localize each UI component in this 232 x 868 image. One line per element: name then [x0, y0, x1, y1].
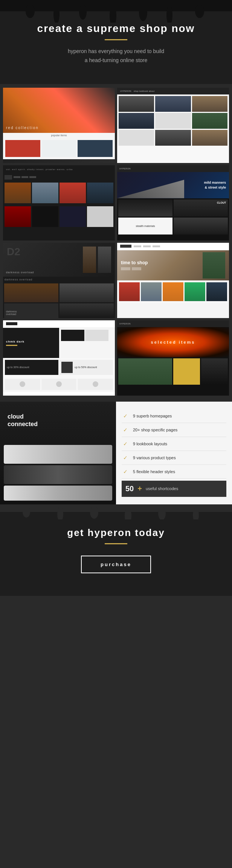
shortcodes-number: 50 [125, 484, 134, 493]
screen7-promo-text-1: up to 30% discount [7, 366, 29, 369]
header-subtitle: hyperon has everything you need to build… [15, 47, 217, 65]
screen6-nav [117, 243, 229, 250]
screenshot-product-grid[interactable]: HYPERON shop lookbook about [117, 88, 229, 163]
screenshot-mild-manners[interactable]: HYPERON mild manners& street style steal… [117, 165, 229, 241]
shoe-display-row [0, 445, 116, 501]
screen7-promo-text-2: up to 50% discount [75, 366, 97, 369]
check-icon-2: ✓ [122, 426, 129, 434]
prod-jacket [192, 113, 227, 129]
items-row [3, 138, 115, 159]
screen4-shoe-img [117, 172, 184, 198]
check-icon-1: ✓ [122, 412, 129, 420]
screen8-model-green [118, 358, 172, 385]
d2-large-text: D2 [7, 247, 20, 257]
screen4-hero: mild manners& street style [117, 172, 229, 198]
popular-items-label: popular items [3, 133, 115, 138]
darkness-hero: D2 darkness overload [3, 243, 115, 277]
shortcodes-label: useful shortcodes [146, 486, 178, 491]
screen6-orange [163, 282, 183, 301]
feature-text-3: 9 lookbook layouts [133, 442, 167, 446]
darkness-label2: darkness overload [3, 277, 115, 282]
screenshot-darkness[interactable]: D2 darkness overload darkness overload d… [3, 243, 115, 318]
screen8-dark [201, 358, 228, 385]
darkness-label: darkness overload [6, 271, 34, 274]
product-grid-2 [117, 94, 229, 147]
nav-bar-2: HYPERON shop lookbook about [117, 88, 229, 94]
darkness-overload-label: darkness overload [5, 278, 32, 281]
screen6-btn2 [132, 267, 141, 270]
dark-prod-hoodie [87, 183, 113, 203]
screen4-hero-text: mild manners& street style [204, 180, 226, 190]
drip-top-decoration [0, 0, 232, 23]
screenshot-chmk-dark[interactable]: chmk dark up to 30% discount up to 50% d [3, 320, 115, 396]
dark-nav [3, 174, 115, 181]
dark-prod-shoes [5, 183, 31, 203]
feature-text-5: 5 flexible header styles [133, 469, 175, 474]
screen6-btn1 [121, 267, 130, 270]
screen7-feat-icon-3 [93, 381, 98, 387]
features-left: cloud connected [0, 402, 116, 504]
cloud-connected-text: cloud connected [8, 413, 38, 429]
darkness-cap [4, 283, 58, 302]
dark-prod-black [32, 206, 58, 227]
feature-text-2: 20+ shop specific pages [133, 428, 177, 432]
svg-point-3 [79, 5, 87, 20]
dark-prod-grey [32, 183, 58, 203]
prod-tshirt [119, 96, 154, 112]
darkness-pants [98, 247, 111, 273]
svg-point-11 [90, 507, 98, 519]
prod-hoodie [119, 113, 154, 129]
shortcodes-plus: + [137, 484, 142, 493]
screen7-promo-img [61, 362, 73, 373]
dark-prod-shoes2 [5, 206, 31, 227]
dark-prod-red [60, 183, 86, 203]
screen7-promos: up to 30% discount up to 50% discount [3, 358, 115, 377]
header-section: create a supreme shop now hyperon has ev… [0, 0, 232, 84]
darkness-label3: darknessoverload [4, 303, 58, 318]
screen8-logo: HYPERON [119, 323, 131, 325]
screen6-red-coat [119, 282, 140, 301]
screen6-nav-item-2 [143, 245, 151, 247]
feature-item-1: ✓ 9 superb homepages [122, 409, 226, 423]
check-icon-4: ✓ [122, 454, 129, 461]
screen6-model-grid [117, 280, 229, 303]
dark-prod-white [87, 206, 113, 227]
screen4-stealth-label: stealth materials [118, 218, 172, 235]
purchase-button[interactable]: purchase [81, 556, 151, 573]
screen7-feat-icon-2 [56, 381, 62, 387]
dark-product-row-2 [3, 205, 115, 228]
screen4-sub-shout [174, 199, 228, 216]
screen6-dark-jacket [206, 282, 227, 301]
screen7-left-dark: chmk dark [3, 328, 59, 358]
screen7-shoe-2 [85, 330, 108, 341]
svg-point-5 [139, 5, 147, 21]
screenshot-dark-theme[interactable]: vst. evil spirit. shady intent. prowler … [3, 165, 115, 241]
prod-pants [155, 96, 191, 112]
screenshot-row-1: popular items HYPERON shop lookbook abou… [3, 88, 229, 163]
screen6-cta-buttons [121, 267, 148, 270]
chmk-label: chmk dark [6, 340, 56, 343]
dark-prod-jacket [60, 206, 86, 227]
screenshot-red-collection[interactable]: popular items [3, 88, 115, 163]
feature-item-3: ✓ 9 lookbook layouts [122, 437, 226, 451]
header-title: create a supreme shop now [15, 23, 217, 35]
prod-model-2 [192, 130, 227, 146]
feature-item-4: ✓ 9 various product types [122, 451, 226, 465]
prod-white-2 [119, 130, 154, 146]
screen6-logo [120, 245, 131, 248]
shoe-white-1 [4, 445, 112, 464]
screen7-split: chmk dark [3, 328, 115, 358]
logo-text-2: HYPERON [120, 90, 131, 92]
screenshot-time-to-shop[interactable]: time to shop [117, 243, 229, 318]
screen8-nav: HYPERON [117, 320, 229, 327]
screen8-hero-fire: selected items [117, 327, 229, 357]
screenshot-selected-items[interactable]: HYPERON selected items [117, 320, 229, 396]
svg-point-1 [26, 5, 35, 18]
check-icon-5: ✓ [122, 468, 129, 475]
darkness-pants2 [83, 247, 96, 273]
shoe-dark-1 [4, 465, 112, 484]
darkness-person [60, 283, 114, 302]
screen4-sub-grid: stealth materials [117, 198, 229, 236]
screen7-features [3, 377, 115, 392]
screen7-feat-1 [5, 379, 40, 390]
